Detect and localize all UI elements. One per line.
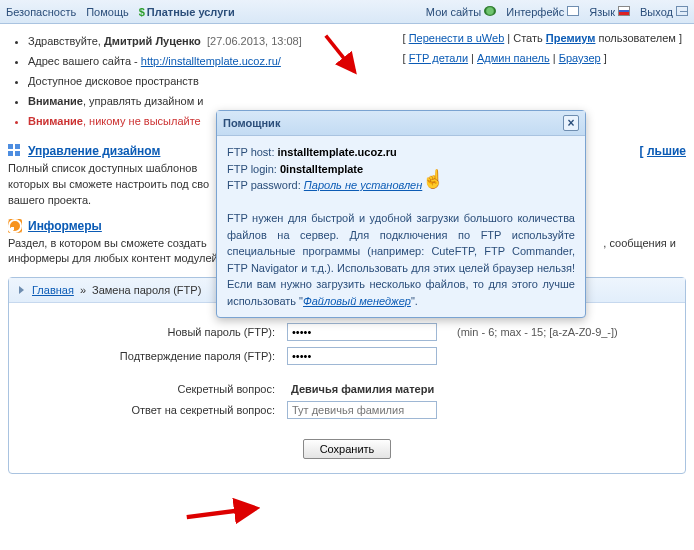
transfer-uweb-link[interactable]: Перенести в uWeb: [409, 32, 505, 44]
popup-title: Помощник: [223, 117, 280, 129]
close-icon: ×: [567, 117, 574, 129]
secret-answer-input[interactable]: [287, 401, 437, 419]
site-url-link[interactable]: http://installtemplate.ucoz.ru/: [141, 55, 281, 67]
file-manager-link[interactable]: Файловый менеджер: [303, 295, 411, 307]
svg-line-1: [187, 508, 256, 517]
secret-question-value: Девичья фамилия матери: [287, 383, 434, 395]
globe-icon: [484, 6, 496, 16]
breadcrumb-current: Замена пароля (FTP): [92, 284, 201, 296]
grid-icon: [8, 144, 22, 158]
logout-icon: [676, 6, 688, 16]
confirm-password-row: Подтверждение пароля (FTP):: [27, 347, 667, 365]
premium-link[interactable]: Премиум: [546, 32, 596, 44]
header-action-links: [ Перенести в uWeb | Стать Премиум польз…: [403, 32, 682, 64]
menu-paid-services[interactable]: $Платные услуги: [139, 6, 235, 18]
confirm-password-input[interactable]: [287, 347, 437, 365]
site-address-line: Адрес вашего сайта - http://installtempl…: [28, 54, 302, 70]
popup-close-button[interactable]: ×: [563, 115, 579, 131]
flag-ru-icon: [618, 6, 630, 16]
menu-help[interactable]: Помощь: [86, 6, 129, 18]
interface-icon: [567, 6, 579, 16]
popup-body: FTP host: installtemplate.ucoz.ru FTP lo…: [217, 136, 585, 317]
warning-design-line: Внимание, управлять дизайном и: [28, 94, 302, 110]
admin-panel-link[interactable]: Админ панель: [477, 52, 550, 64]
secret-answer-label: Ответ на секретный вопрос:: [27, 404, 287, 416]
menu-language[interactable]: Язык: [589, 6, 630, 18]
breadcrumb-home[interactable]: Главная: [32, 284, 74, 296]
ftp-host-value: installtemplate.ucoz.ru: [278, 146, 397, 158]
rss-icon: [8, 219, 22, 233]
confirm-password-label: Подтверждение пароля (FTP):: [27, 350, 287, 362]
informers-link[interactable]: Информеры: [28, 219, 102, 233]
menu-security[interactable]: Безопасность: [6, 6, 76, 18]
disk-space-line: Доступное дисковое пространств: [28, 74, 302, 90]
ftp-details-link[interactable]: FTP детали: [409, 52, 468, 64]
menu-interface[interactable]: Интерфейс: [506, 6, 579, 18]
secret-question-row: Секретный вопрос: Девичья фамилия матери: [27, 383, 667, 395]
menu-my-sites[interactable]: Мои сайты: [426, 6, 496, 18]
red-arrow-save-icon: [185, 490, 265, 530]
new-password-label: Новый пароль (FTP):: [27, 326, 287, 338]
new-password-input[interactable]: [287, 323, 437, 341]
design-section-text: Полный список доступных шаблонов которых…: [8, 161, 218, 209]
menu-logout[interactable]: Выход: [640, 6, 688, 18]
design-management-link[interactable]: Управление дизайном: [28, 144, 160, 158]
greeting-line: Здравствуйте, Дмитрий Луценко [27.06.201…: [28, 34, 302, 50]
secret-question-label: Секретный вопрос:: [27, 383, 287, 395]
dollar-icon: $: [139, 6, 145, 18]
ftp-login-value: 0installtemplate: [280, 163, 363, 175]
password-hint: (min - 6; max - 15; [a-zA-Z0-9_-]): [457, 326, 618, 338]
assistant-popup: Помощник × FTP host: installtemplate.uco…: [216, 110, 586, 318]
more-link[interactable]: льшие: [647, 144, 686, 158]
secret-answer-row: Ответ на секретный вопрос:: [27, 401, 667, 419]
ftp-password-link[interactable]: Пароль не установлен: [304, 179, 422, 191]
new-password-row: Новый пароль (FTP): (min - 6; max - 15; …: [27, 323, 667, 341]
chevron-right-icon: [19, 286, 24, 294]
browser-link[interactable]: Браузер: [559, 52, 601, 64]
top-menu-bar: Безопасность Помощь $Платные услуги Мои …: [0, 0, 694, 24]
save-button[interactable]: Сохранить: [303, 439, 392, 459]
